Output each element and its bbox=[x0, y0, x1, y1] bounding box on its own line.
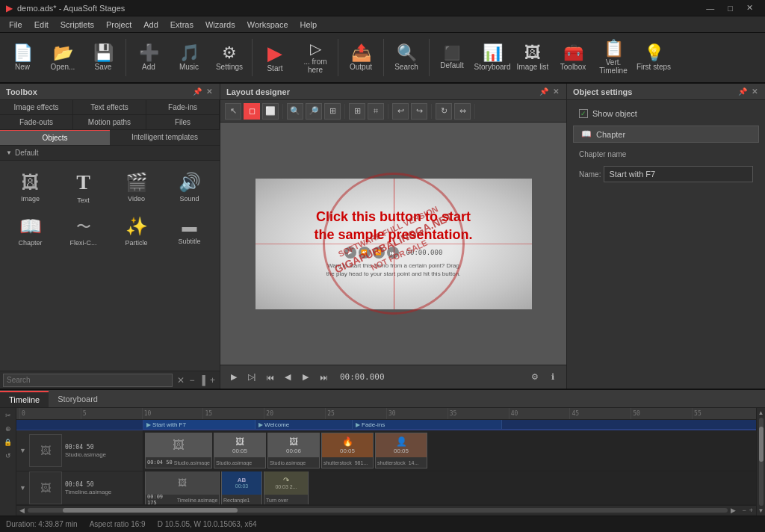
ctrl-info-button[interactable]: ℹ bbox=[545, 370, 560, 385]
save-button[interactable]: 💾 Save bbox=[84, 35, 123, 80]
designer-fit-button[interactable]: ⊞ bbox=[324, 103, 341, 120]
designer-mirror-button[interactable]: ⇔ bbox=[454, 103, 471, 120]
open-button[interactable]: 📂 Open... bbox=[43, 35, 82, 80]
toolbox-pin-button[interactable]: 📌 bbox=[191, 87, 203, 96]
title-bar-controls[interactable]: — □ ✕ bbox=[700, 1, 759, 14]
menu-wizards[interactable]: Wizards bbox=[199, 19, 241, 31]
canvas-fwd-btn[interactable]: ⏩ bbox=[373, 247, 385, 259]
ctrl-back-button[interactable]: ◀ bbox=[280, 370, 295, 385]
tl-ctrl-lock[interactable]: 🔒 bbox=[2, 436, 14, 448]
clip-studio-3[interactable]: 🖼 00:06 Studio.asimage bbox=[267, 433, 320, 468]
tab-files[interactable]: Files bbox=[146, 115, 220, 129]
tl-scroll-left[interactable]: ◀ bbox=[19, 507, 25, 514]
layout-designer-pin-button[interactable]: 📌 bbox=[538, 87, 550, 96]
track-2-collapse[interactable]: ▼ bbox=[19, 484, 26, 492]
scroll-v-thumb[interactable] bbox=[759, 427, 764, 462]
object-video[interactable]: 🎬 Video bbox=[111, 165, 162, 209]
object-text[interactable]: T Text bbox=[58, 165, 109, 209]
object-particle[interactable]: ✨ Particle bbox=[111, 211, 162, 252]
object-sound[interactable]: 🔊 Sound bbox=[164, 165, 215, 209]
first-steps-button[interactable]: 💡 First steps bbox=[634, 35, 673, 80]
vert-timeline-button[interactable]: 📋 Vert. Timeline bbox=[594, 35, 633, 80]
menu-file[interactable]: File bbox=[3, 19, 28, 31]
tl-zoom-out[interactable]: − bbox=[742, 507, 746, 514]
default-button[interactable]: ⬛ Default bbox=[433, 35, 471, 80]
menu-edit[interactable]: Edit bbox=[28, 19, 55, 31]
clip-timeline-1[interactable]: 🖼 00:09 175 Timeline.asimage bbox=[145, 471, 220, 504]
designer-pointer-button[interactable]: ↖ bbox=[225, 103, 241, 120]
designer-grid-button[interactable]: ⊞ bbox=[349, 103, 365, 120]
tl-ctrl-loop[interactable]: ↺ bbox=[2, 450, 14, 462]
maximize-button[interactable]: □ bbox=[722, 1, 739, 14]
ctrl-skipfwd-button[interactable]: ⏭ bbox=[316, 370, 331, 385]
ctrl-play-button[interactable]: ▶ bbox=[226, 370, 241, 385]
object-settings-header-buttons[interactable]: 📌 ✕ bbox=[737, 87, 759, 96]
track-1-collapse[interactable]: ▼ bbox=[19, 447, 26, 454]
tl-scroll-right[interactable]: ▶ bbox=[731, 507, 736, 514]
object-flexi-c[interactable]: 〜 Flexi-C... bbox=[58, 211, 109, 252]
tl-ctrl-scissors[interactable]: ✂ bbox=[2, 409, 14, 421]
toolbox-close-button[interactable]: ✕ bbox=[205, 87, 214, 96]
tab-timeline[interactable]: Timeline bbox=[0, 391, 49, 407]
designer-redo-button[interactable]: ↪ bbox=[411, 103, 427, 120]
canvas-play-btn[interactable]: ▶ bbox=[344, 247, 356, 259]
tab-fade-outs[interactable]: Fade-outs bbox=[0, 115, 73, 129]
ctrl-stepfwd-button[interactable]: ▷| bbox=[244, 370, 259, 385]
tl-scroll-thumb[interactable] bbox=[63, 508, 238, 513]
tab-image-effects[interactable]: Image effects bbox=[0, 100, 73, 114]
tab-storyboard[interactable]: Storyboard bbox=[49, 392, 107, 406]
menu-workspace[interactable]: Workspace bbox=[241, 19, 294, 31]
new-button[interactable]: 📄 New bbox=[3, 35, 42, 80]
tab-objects[interactable]: Objects bbox=[0, 130, 110, 145]
designer-zoom-out-button[interactable]: 🔎 bbox=[306, 103, 322, 120]
close-button[interactable]: ✕ bbox=[740, 1, 759, 14]
image-list-button[interactable]: 🖼 Image list bbox=[513, 35, 552, 80]
storyboard-button[interactable]: 📊 Storyboard bbox=[473, 35, 512, 80]
menu-extras[interactable]: Extras bbox=[164, 19, 199, 31]
designer-rotate-button[interactable]: ↻ bbox=[436, 103, 452, 120]
minimize-button[interactable]: — bbox=[700, 1, 720, 14]
designer-select-button[interactable]: ◻ bbox=[244, 103, 260, 120]
clip-shutterstock-2[interactable]: 👤 00:05 shutterstock_14... bbox=[375, 433, 427, 468]
tl-zoom-in[interactable]: + bbox=[749, 507, 753, 514]
designer-zoom-in-button[interactable]: 🔍 bbox=[287, 103, 303, 120]
obj-settings-pin-button[interactable]: 📌 bbox=[737, 87, 749, 96]
object-image[interactable]: 🖼 Image bbox=[4, 165, 56, 209]
menu-add[interactable]: Add bbox=[137, 19, 164, 31]
clip-turn-over[interactable]: ↷ 00:03 2... Turn over bbox=[264, 471, 309, 504]
search-clear-button[interactable]: ✕ bbox=[176, 375, 186, 386]
menu-project[interactable]: Project bbox=[100, 19, 137, 31]
start-button[interactable]: ▶ Start bbox=[255, 35, 294, 80]
search-minus-button[interactable]: − bbox=[188, 375, 196, 386]
tab-motion-paths[interactable]: Motion paths bbox=[73, 115, 146, 129]
ctrl-fwd-button[interactable]: ▶ bbox=[298, 370, 313, 385]
tab-text-effects[interactable]: Text effects bbox=[73, 100, 146, 114]
layout-designer-header-buttons[interactable]: 📌 ✕ bbox=[538, 87, 560, 96]
chapter-name-input[interactable] bbox=[604, 166, 753, 182]
clip-shutterstock-1[interactable]: 🔥 00:05 shutterstock_981... bbox=[321, 433, 374, 468]
toolbox-header-buttons[interactable]: 📌 ✕ bbox=[191, 87, 214, 96]
toolbox-button[interactable]: 🧰 Toolbox bbox=[554, 35, 592, 80]
show-object-checkbox[interactable]: ✓ bbox=[579, 109, 588, 118]
tab-fade-ins[interactable]: Fade-ins bbox=[146, 100, 220, 114]
toolbox-category-header[interactable]: Default bbox=[0, 146, 220, 161]
designer-crop-button[interactable]: ⬜ bbox=[262, 103, 279, 120]
search-plus-button[interactable]: + bbox=[208, 375, 217, 386]
add-button[interactable]: ➕ Add bbox=[129, 35, 168, 80]
menu-help[interactable]: Help bbox=[294, 19, 323, 31]
clip-studio-2[interactable]: 🖼 00:05 Studio.asimage bbox=[214, 433, 266, 468]
scroll-up-button[interactable]: ▲ bbox=[758, 409, 764, 416]
chapter-item-welcome[interactable]: ▶Welcome bbox=[255, 420, 353, 429]
ctrl-skipback-button[interactable]: ⏮ bbox=[262, 370, 277, 385]
toolbox-search-input[interactable] bbox=[3, 374, 173, 387]
object-subtitle[interactable]: ▬ Subtitle bbox=[164, 211, 215, 252]
settings-button[interactable]: ⚙ Settings bbox=[210, 35, 249, 80]
obj-settings-close-button[interactable]: ✕ bbox=[750, 87, 759, 96]
clip-studio-1[interactable]: 🖼 00:04 50 Studio.asimage bbox=[145, 433, 212, 468]
designer-snap-button[interactable]: ⌗ bbox=[368, 103, 384, 120]
menu-scriptlets[interactable]: Scriptlets bbox=[55, 19, 100, 31]
layout-designer-close-button[interactable]: ✕ bbox=[551, 87, 560, 96]
clip-rectangle[interactable]: AB 00:03 Rectangle1 bbox=[221, 471, 262, 504]
search-button[interactable]: 🔍 Search bbox=[387, 35, 426, 80]
output-button[interactable]: 📤 Output bbox=[341, 35, 380, 80]
